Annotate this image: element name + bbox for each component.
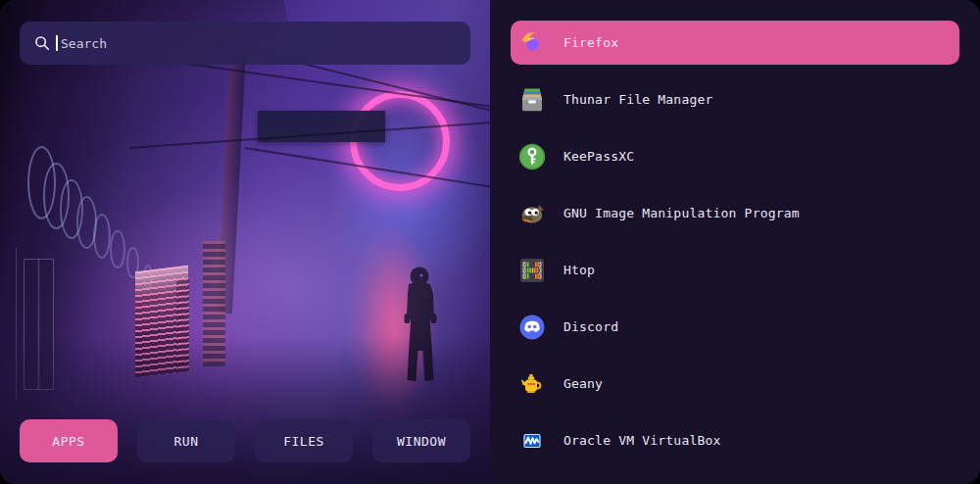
list-item-discord[interactable]: Discord [511, 305, 959, 349]
text-caret [56, 35, 58, 51]
app-label: Thunar File Manager [564, 92, 713, 107]
search-icon [33, 34, 51, 52]
keepassxc-icon [518, 143, 546, 170]
list-item-thunar-file-manager[interactable]: Thunar File Manager [511, 77, 959, 121]
app-label: Discord [564, 319, 618, 334]
tab-files[interactable]: FILES [255, 419, 353, 462]
search-bar[interactable] [20, 22, 470, 65]
app-label: GNU Image Manipulation Program [564, 206, 800, 220]
discord-icon [518, 314, 546, 341]
app-label: Geany [564, 376, 603, 391]
tab-run[interactable]: RUN [137, 419, 235, 462]
gimp-icon [518, 200, 546, 227]
tab-label: APPS [52, 434, 84, 449]
geany-icon [518, 370, 546, 398]
list-item-keepassxc[interactable]: KeePassXC [511, 134, 959, 178]
list-item-gnu-image-manipulation-program[interactable]: GNU Image Manipulation Program [511, 191, 959, 235]
list-item-oracle-vm-virtualbox[interactable]: Oracle VM VirtualBox [511, 418, 959, 462]
firefox-icon [518, 29, 546, 57]
tab-apps[interactable]: APPS [20, 419, 118, 462]
tab-label: RUN [174, 434, 199, 449]
tab-label: FILES [283, 434, 324, 449]
background-image [0, 0, 490, 484]
list-item-firefox[interactable]: Firefox [511, 21, 959, 65]
htop-icon [518, 257, 546, 284]
virtualbox-icon [518, 427, 546, 455]
app-label: Htop [564, 263, 595, 277]
list-item-htop[interactable]: Htop [511, 248, 959, 292]
thunar-icon [518, 86, 546, 114]
app-label: KeePassXC [564, 149, 634, 164]
list-item-geany[interactable]: Geany [511, 362, 959, 406]
search-input[interactable] [61, 36, 457, 51]
tab-label: WINDOW [397, 434, 446, 449]
app-list: Firefox Thunar File Manager KeePassXC GN… [511, 21, 959, 462]
app-launcher-window: APPS RUN FILES WINDOW Firefox Thunar Fil… [0, 0, 980, 484]
tab-bar: APPS RUN FILES WINDOW [0, 419, 490, 484]
tab-window[interactable]: WINDOW [372, 419, 470, 462]
right-pane: Firefox Thunar File Manager KeePassXC GN… [490, 0, 980, 484]
app-label: Firefox [564, 35, 618, 50]
app-label: Oracle VM VirtualBox [564, 433, 721, 448]
left-pane: APPS RUN FILES WINDOW [0, 0, 490, 484]
